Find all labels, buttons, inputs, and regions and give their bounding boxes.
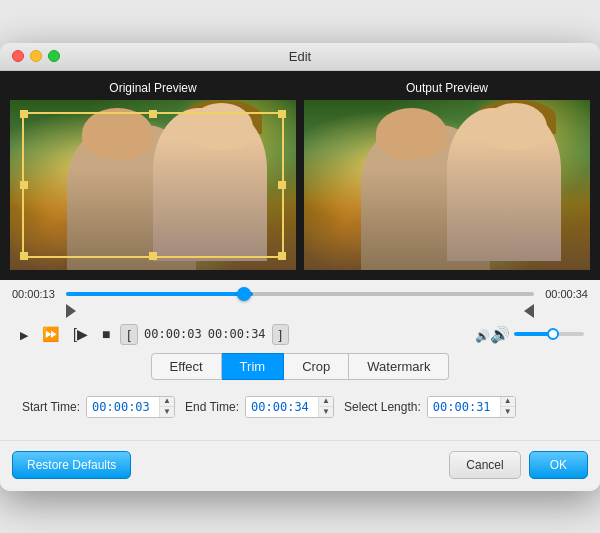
end-time-down[interactable]: ▼ [319, 407, 333, 417]
marker-right[interactable] [524, 304, 534, 318]
volume-section: 🔊 [475, 325, 584, 344]
minimize-button[interactable] [30, 50, 42, 62]
select-length-spinners: ▲ ▼ [500, 397, 515, 417]
original-video [10, 100, 296, 270]
start-time-down[interactable]: ▼ [160, 407, 174, 417]
select-length-up[interactable]: ▲ [501, 397, 515, 407]
tab-effect[interactable]: Effect [151, 353, 222, 380]
out-point-bracket[interactable]: ] [272, 324, 290, 345]
tabs-row: Effect Trim Crop Watermark [12, 353, 588, 380]
original-preview-label: Original Preview [109, 81, 196, 95]
titlebar: Edit [0, 43, 600, 71]
video-background-output [304, 100, 590, 270]
timeline-end-label: 00:00:34 [540, 288, 588, 300]
tab-watermark[interactable]: Watermark [349, 353, 449, 380]
video-background [10, 100, 296, 270]
controls-section: 00:00:13 00:00:34 ⏩ [▶ ■ [0, 280, 600, 440]
maximize-button[interactable] [48, 50, 60, 62]
output-preview-label: Output Preview [406, 81, 488, 95]
start-time-label: Start Time: [22, 400, 80, 414]
form-row: Start Time: ▲ ▼ End Time: ▲ ▼ [12, 390, 588, 424]
restore-defaults-button[interactable]: Restore Defaults [12, 451, 131, 479]
playback-row: ⏩ [▶ ■ [ 00:00:03 00:00:34 ] 🔊 [12, 324, 588, 345]
timeline-slider[interactable] [66, 292, 534, 296]
stop-button[interactable]: ■ [98, 324, 114, 344]
marker-row [12, 304, 588, 318]
select-length-label: Select Length: [344, 400, 421, 414]
select-length-input-wrap: ▲ ▼ [427, 396, 516, 418]
end-time-input-wrap: ▲ ▼ [245, 396, 334, 418]
timeline-row: 00:00:13 00:00:34 [12, 288, 588, 300]
end-time-label: End Time: [185, 400, 239, 414]
stop-icon: ■ [102, 326, 110, 342]
cancel-button[interactable]: Cancel [449, 451, 520, 479]
volume-thumb[interactable] [547, 328, 559, 340]
start-time-input[interactable] [87, 397, 159, 417]
ff-icon: ⏩ [42, 326, 59, 342]
original-preview-panel: Original Preview [10, 81, 296, 270]
volume-slider[interactable] [514, 332, 584, 336]
in-point-bracket[interactable]: [ [120, 324, 138, 345]
end-time-up[interactable]: ▲ [319, 397, 333, 407]
output-preview-panel: Output Preview [304, 81, 590, 270]
timeline-thumb[interactable] [237, 287, 251, 301]
select-length-input[interactable] [428, 397, 500, 417]
volume-icon: 🔊 [475, 325, 510, 344]
edit-window: Edit Original Preview [0, 43, 600, 491]
tab-trim[interactable]: Trim [222, 353, 285, 380]
preview-area: Original Preview [0, 71, 600, 280]
start-time-group: Start Time: ▲ ▼ [22, 396, 175, 418]
face-female [190, 103, 253, 151]
start-time-spinners: ▲ ▼ [159, 397, 174, 417]
close-button[interactable] [12, 50, 24, 62]
select-length-group: Select Length: ▲ ▼ [344, 396, 516, 418]
fast-forward-button[interactable]: ⏩ [38, 324, 63, 344]
face-male-output [376, 108, 448, 159]
face-female-output [484, 103, 547, 151]
select-length-down[interactable]: ▼ [501, 407, 515, 417]
timeline-start-label: 00:00:13 [12, 288, 60, 300]
end-time-spinners: ▲ ▼ [318, 397, 333, 417]
play-button[interactable] [16, 324, 32, 344]
in-point-time: 00:00:03 [144, 327, 202, 341]
out-point-time: 00:00:34 [208, 327, 266, 341]
marker-left[interactable] [66, 304, 76, 318]
end-time-input[interactable] [246, 397, 318, 417]
play-icon [20, 326, 28, 342]
footer: Restore Defaults Cancel OK [0, 440, 600, 491]
start-time-up[interactable]: ▲ [160, 397, 174, 407]
face-male [82, 108, 154, 159]
next-icon: [▶ [73, 326, 88, 342]
start-time-input-wrap: ▲ ▼ [86, 396, 175, 418]
next-frame-button[interactable]: [▶ [69, 324, 92, 344]
tab-crop[interactable]: Crop [284, 353, 349, 380]
window-title: Edit [289, 49, 311, 64]
traffic-lights [12, 50, 60, 62]
output-video [304, 100, 590, 270]
ok-button[interactable]: OK [529, 451, 588, 479]
timeline-fill [66, 292, 253, 296]
end-time-group: End Time: ▲ ▼ [185, 396, 334, 418]
footer-right: Cancel OK [449, 451, 588, 479]
